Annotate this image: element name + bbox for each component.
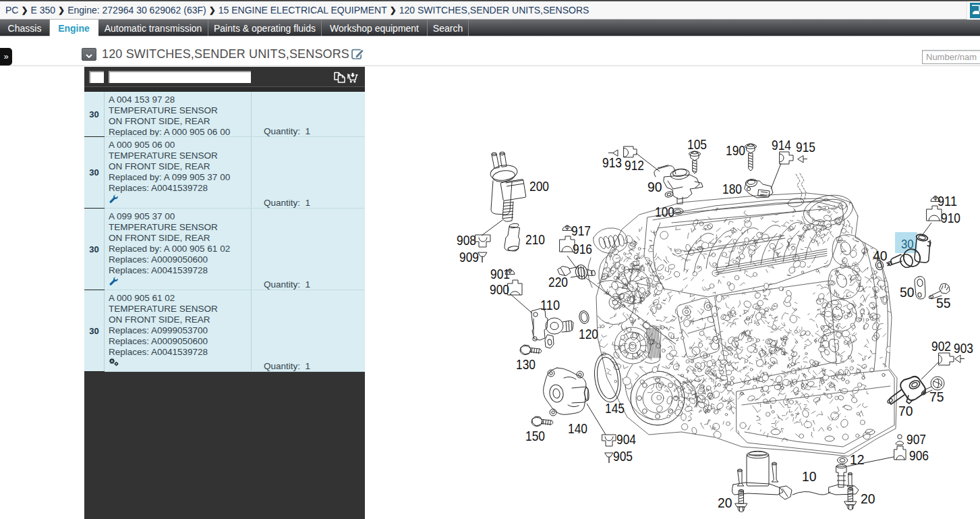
svg-text:906: 906	[909, 447, 929, 463]
svg-text:150: 150	[525, 428, 545, 443]
svg-text:110: 110	[540, 297, 560, 312]
svg-text:190: 190	[726, 142, 745, 158]
svg-text:105: 105	[687, 136, 707, 152]
svg-text:140: 140	[568, 420, 587, 436]
svg-text:915: 915	[796, 139, 815, 155]
svg-text:200: 200	[529, 178, 549, 194]
svg-text:912: 912	[625, 157, 644, 173]
svg-text:913: 913	[602, 155, 622, 170]
svg-text:900: 900	[490, 281, 509, 297]
svg-text:905: 905	[613, 448, 633, 464]
svg-text:916: 916	[573, 241, 592, 256]
svg-text:907: 907	[906, 431, 926, 447]
svg-text:12: 12	[850, 452, 865, 467]
svg-text:908: 908	[457, 232, 476, 248]
svg-text:220: 220	[548, 274, 568, 290]
svg-text:100: 100	[655, 204, 674, 219]
svg-text:90: 90	[647, 179, 662, 194]
svg-text:145: 145	[605, 400, 625, 416]
svg-text:904: 904	[616, 431, 636, 447]
svg-text:20: 20	[718, 495, 732, 510]
svg-text:917: 917	[571, 223, 591, 238]
svg-text:903: 903	[954, 340, 973, 356]
svg-text:75: 75	[929, 389, 944, 404]
svg-text:50: 50	[900, 284, 915, 300]
svg-text:120: 120	[579, 326, 598, 342]
svg-text:130: 130	[516, 356, 536, 372]
svg-text:180: 180	[722, 181, 742, 196]
svg-text:70: 70	[898, 403, 913, 418]
svg-text:910: 910	[941, 210, 960, 225]
svg-text:10: 10	[802, 468, 817, 484]
svg-text:55: 55	[936, 295, 951, 310]
svg-text:210: 210	[525, 231, 545, 247]
svg-text:20: 20	[861, 491, 875, 506]
svg-text:914: 914	[772, 137, 791, 153]
svg-text:909: 909	[459, 249, 479, 265]
svg-text:902: 902	[931, 338, 951, 354]
